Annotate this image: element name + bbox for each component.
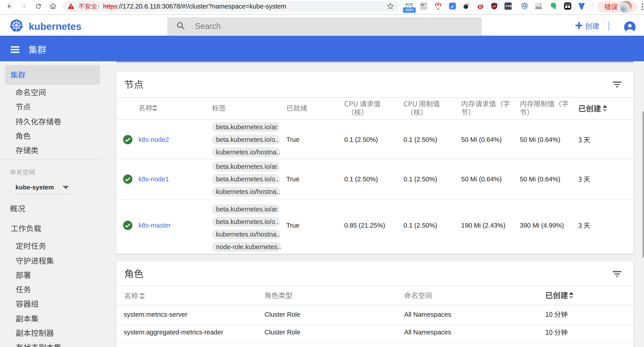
- svg-text:uO: uO: [492, 5, 496, 8]
